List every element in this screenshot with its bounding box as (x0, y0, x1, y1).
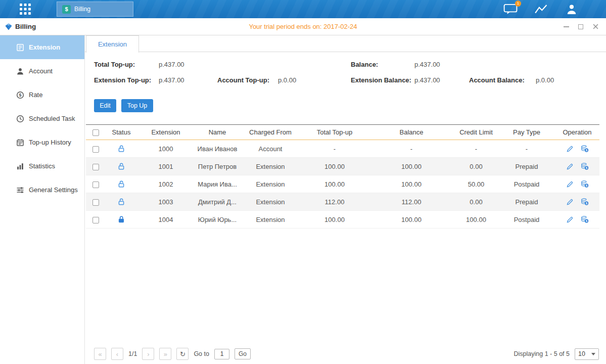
minimize-button[interactable] (563, 23, 570, 30)
status-unlocked-icon[interactable] (117, 162, 125, 170)
edit-icon[interactable] (566, 163, 574, 170)
row-checkbox[interactable] (92, 146, 99, 153)
edit-icon[interactable] (566, 198, 574, 206)
col-operation: Operation (555, 125, 599, 140)
page-size-select[interactable]: 10 (575, 348, 599, 360)
topup-icon[interactable]: $ (581, 198, 589, 206)
goto-page-input[interactable] (214, 349, 229, 359)
status-locked-icon[interactable] (117, 215, 125, 223)
extension-topup-value: p.437.00 (159, 75, 184, 85)
extension-balance-label: Extension Balance: (351, 75, 411, 85)
sidebar-item-extension[interactable]: Extension (0, 35, 84, 59)
edit-button[interactable]: Edit (94, 99, 116, 112)
sidebar-item-rate[interactable]: $Rate (0, 83, 84, 107)
charged-from-cell: Extension (241, 158, 300, 175)
sidebar-item-general-settings[interactable]: General Settings (0, 178, 84, 202)
sidebar-item-statistics[interactable]: Statistics (0, 154, 84, 178)
reports-chart-icon[interactable] (534, 3, 548, 15)
sidebar-item-label: Scheduled Task (29, 115, 75, 122)
extension-cell: 1000 (137, 140, 194, 158)
sidebar-item-label: Account (29, 67, 53, 75)
messages-icon[interactable]: 1 (503, 3, 518, 15)
topup-icon[interactable]: $ (581, 215, 589, 223)
topbar: $ Billing 1 (0, 0, 606, 18)
edit-icon[interactable] (566, 216, 574, 223)
page-size-value: 10 (578, 350, 585, 357)
first-page-button[interactable]: « (94, 348, 106, 360)
col-total-topup: Total Top-up (300, 125, 369, 140)
sidebar-item-account[interactable]: Account (0, 59, 84, 83)
billing-app-tab-label: Billing (74, 6, 90, 13)
app-grid-icon[interactable] (19, 3, 31, 15)
row-checkbox[interactable] (92, 217, 99, 223)
topup-history-icon (16, 139, 24, 147)
table-row-1002: 1002Мария Ива...Extension100.00100.0050.… (86, 175, 599, 193)
sidebar-item-label: Top-up History (29, 139, 71, 146)
svg-text:$: $ (585, 202, 587, 205)
status-unlocked-icon[interactable] (117, 180, 125, 188)
balance-cell: 100.00 (369, 158, 454, 175)
goto-label: Go to (194, 350, 209, 357)
table-header-row: Status Extension Name Charged From Total… (86, 125, 599, 140)
go-button[interactable]: Go (235, 348, 251, 359)
last-page-button[interactable]: » (159, 348, 171, 360)
status-unlocked-icon[interactable] (117, 198, 125, 206)
tab-extension[interactable]: Extension (86, 35, 139, 53)
edit-icon[interactable] (566, 180, 574, 188)
balance-value: p.437.00 (414, 60, 440, 70)
name-cell: Дмитрий Д... (194, 193, 241, 211)
page-indicator: 1/1 (128, 350, 137, 357)
next-page-button[interactable]: › (142, 348, 154, 360)
scheduled-task-icon (16, 115, 24, 123)
row-checkbox[interactable] (92, 181, 99, 188)
svg-text:$: $ (19, 93, 21, 98)
maximize-button[interactable] (577, 23, 584, 30)
window-controls (563, 18, 599, 35)
select-all-checkbox[interactable] (92, 129, 99, 136)
user-account-icon[interactable] (565, 4, 578, 15)
table-row-1001: 1001Петр ПетровExtension100.00100.000.00… (86, 158, 599, 175)
sidebar-item-label: General Settings (29, 186, 78, 194)
balance-cell: 100.00 (369, 211, 454, 229)
total-topup-cell: 112.00 (300, 193, 369, 211)
table-body: 1000Иван ИвановAccount----$1001Петр Петр… (86, 140, 599, 229)
col-credit-limit: Credit Limit (454, 125, 498, 140)
pay-type-cell: Postpaid (498, 211, 555, 229)
notification-badge: 1 (515, 1, 521, 7)
statistics-icon (16, 162, 24, 170)
row-checkbox[interactable] (92, 164, 99, 170)
total-topup-cell: 100.00 (300, 158, 369, 175)
extension-topup-label: Extension Top-up: (94, 75, 151, 85)
row-checkbox[interactable] (92, 199, 99, 206)
dollar-icon: $ (62, 5, 71, 14)
col-extension: Extension (137, 125, 194, 140)
status-unlocked-icon[interactable] (117, 145, 125, 153)
sidebar-item-label: Extension (29, 43, 60, 51)
col-pay-type: Pay Type (498, 125, 555, 140)
balance-cell: - (369, 140, 454, 158)
prev-page-button[interactable]: ‹ (111, 348, 123, 360)
top-up-button[interactable]: Top Up (121, 99, 153, 112)
account-balance-label: Account Balance: (469, 75, 525, 85)
topbar-actions: 1 (503, 0, 578, 18)
window-titlebar: Billing Your trial period ends on: 2017-… (0, 18, 606, 35)
topup-icon[interactable]: $ (581, 162, 589, 170)
name-cell: Иван Иванов (194, 140, 241, 158)
account-icon (16, 67, 24, 75)
pay-type-cell: Postpaid (498, 175, 555, 193)
edit-icon[interactable] (566, 145, 574, 153)
charged-from-cell: Extension (241, 193, 300, 211)
sidebar-item-label: Statistics (29, 162, 55, 170)
name-cell: Юрий Юрь... (194, 211, 241, 229)
close-button[interactable] (592, 23, 599, 30)
table-row-1000: 1000Иван ИвановAccount----$ (86, 140, 599, 158)
col-charged-from: Charged From (241, 125, 300, 140)
extension-cell: 1001 (137, 158, 194, 175)
topup-icon[interactable]: $ (581, 180, 589, 188)
topup-icon[interactable]: $ (581, 145, 589, 153)
sidebar-item-top-up-history[interactable]: Top-up History (0, 130, 84, 154)
sidebar-item-scheduled-task[interactable]: Scheduled Task (0, 107, 84, 130)
refresh-button[interactable]: ↻ (176, 348, 189, 360)
main-content: Extension Total Top-up: p.437.00 Balance… (85, 35, 606, 364)
billing-app-tab[interactable]: $ Billing (57, 2, 133, 17)
